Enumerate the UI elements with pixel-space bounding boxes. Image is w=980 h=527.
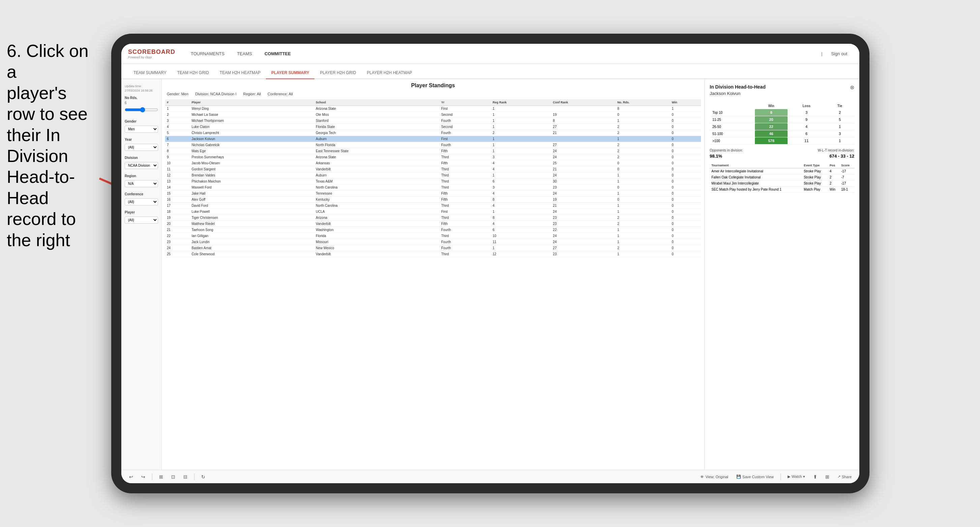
tab-player-summary[interactable]: PLAYER SUMMARY	[266, 67, 314, 79]
center-content: Player Standings Gender: Men Division: N…	[162, 79, 704, 470]
logo-scoreboard: SCOREBOARD	[128, 49, 175, 56]
toolbar-btn-2[interactable]: ⊡	[169, 472, 178, 481]
cell-player: Matthew Riedel	[190, 221, 314, 227]
cell-rds: 2	[616, 154, 670, 160]
nav-teams[interactable]: TEAMS	[232, 49, 258, 59]
cell-win: 0	[670, 172, 701, 178]
nav-committee[interactable]: COMMITTEE	[259, 49, 296, 59]
undo-button[interactable]: ↩	[126, 472, 136, 481]
record-score: 674 - 33 - 12	[829, 154, 854, 159]
tab-team-h2h-grid[interactable]: TEAM H2H GRID	[172, 67, 214, 79]
cell-conf: 23	[551, 215, 616, 221]
table-row[interactable]: 2 Michael La Sasse Ole Miss Second 1 19 …	[165, 112, 701, 118]
cell-win: 0	[670, 245, 701, 251]
watch-button[interactable]: ▶ Watch ▾	[785, 473, 808, 480]
tab-player-h2h-grid[interactable]: PLAYER H2H GRID	[314, 67, 361, 79]
cell-school: Kentucky	[314, 197, 439, 203]
t-col-tournament: Tournament	[710, 163, 802, 168]
cell-yr: Third	[439, 178, 491, 184]
table-row[interactable]: 7 Nicholas Gabrelcik North Florida Fourt…	[165, 142, 701, 148]
t-cell-type: Stroke Play	[802, 175, 828, 181]
cell-yr: First	[439, 106, 491, 112]
col-player: Player	[190, 99, 314, 106]
table-row[interactable]: 23 Jack Lundin Missouri Fourth 11 24 1 0	[165, 239, 701, 245]
table-row[interactable]: 22 Ian Gilligan Florida Third 10 24 1 0	[165, 233, 701, 239]
cell-reg: 1	[491, 209, 551, 215]
table-row[interactable]: 13 Phichaksn Maichon Texas A&M Third 6 3…	[165, 178, 701, 184]
cell-school: Georgia Tech	[314, 130, 439, 136]
table-row[interactable]: 20 Matthew Riedel Vanderbilt Fifth 4 23 …	[165, 221, 701, 227]
cell-reg: 2	[491, 130, 551, 136]
save-custom-button[interactable]: 💾 Save Custom View	[733, 473, 776, 480]
cell-reg: 4	[491, 221, 551, 227]
cell-yr: Third	[439, 172, 491, 178]
cell-num: 18	[165, 209, 190, 215]
cell-rds: 1	[616, 227, 670, 233]
table-row[interactable]: 12 Brendan Valdes Auburn Third 1 24 1 0	[165, 172, 701, 178]
cell-num: 14	[165, 184, 190, 190]
cell-num: 16	[165, 197, 190, 203]
conference-select[interactable]: (All) SEC ACC	[125, 198, 158, 205]
t-cell-type: Stroke Play	[802, 168, 828, 175]
table-row[interactable]: 9 Preston Summerhays Arizona State Third…	[165, 154, 701, 160]
cell-win: 0	[670, 160, 701, 166]
region-select[interactable]: N/A East West	[125, 180, 158, 187]
cell-num: 9	[165, 154, 190, 160]
cell-conf: 23	[551, 184, 616, 190]
toolbar-btn-1[interactable]: ⊞	[156, 472, 166, 481]
table-row[interactable]: 17 David Ford North Carolina Third 4 21 …	[165, 203, 701, 209]
refresh-button[interactable]: ↻	[199, 472, 208, 481]
table-row[interactable]: 19 Tiger Christensen Arizona Third 8 23 …	[165, 215, 701, 221]
filter-gender: Gender: Men	[167, 92, 188, 96]
table-row[interactable]: 6 Jackson Koivun Auburn First 1 1 0	[165, 136, 701, 142]
toolbar-btn-5[interactable]: ⊞	[822, 472, 832, 481]
t-col-score: Score	[840, 163, 854, 168]
left-sidebar: Update time: 27/03/2024 16:56:26 No Rds.…	[121, 79, 162, 470]
t-cell-score: 18-1	[840, 187, 854, 193]
cell-yr: Third	[439, 203, 491, 209]
player-select[interactable]: (All)	[125, 216, 158, 224]
table-row[interactable]: 3 Michael Thorbjornsen Stanford Fourth 1…	[165, 118, 701, 124]
table-row[interactable]: 8 Mats Ege East Tennessee State Fifth 1 …	[165, 148, 701, 154]
table-row[interactable]: 25 Cole Sherwood Vanderbilt Third 12 23 …	[165, 251, 701, 257]
col-win: Win	[670, 99, 701, 106]
cell-reg: 4	[491, 166, 551, 172]
table-row[interactable]: 16 Alex Goff Kentucky Fifth 8 19 0 0	[165, 197, 701, 203]
nav-tournaments[interactable]: TOURNAMENTS	[185, 49, 230, 59]
cell-yr: Third	[439, 233, 491, 239]
h2h-close-button[interactable]: ⊗	[850, 84, 854, 90]
cell-win: 0	[670, 239, 701, 245]
tab-team-summary[interactable]: TEAM SUMMARY	[128, 67, 172, 79]
sign-out-button[interactable]: Sign out	[826, 49, 853, 59]
opponents-pct: 98.1%	[710, 154, 722, 159]
toolbar-btn-3[interactable]: ⊟	[181, 472, 190, 481]
cell-school: Tennessee	[314, 190, 439, 197]
division-select[interactable]: NCAA Division I NCAA Division II NCAA Di…	[125, 162, 158, 169]
table-row[interactable]: 24 Bastien Amat New Mexico Fourth 1 27 2…	[165, 245, 701, 251]
col-num: #	[165, 99, 190, 106]
table-row[interactable]: 18 Luke Powell UCLA First 1 24 1 0	[165, 209, 701, 215]
cell-school: Vanderbilt	[314, 251, 439, 257]
cell-player: Christo Lamprecht	[190, 130, 314, 136]
toolbar-btn-4[interactable]: ⬆	[810, 472, 820, 481]
table-row[interactable]: 1 Wenyi Ding Arizona State First 1 8 1	[165, 106, 701, 112]
table-row[interactable]: 10 Jacob Mou-Olesen Arkansas Fifth 4 25 …	[165, 160, 701, 166]
no-rds-slider[interactable]	[125, 106, 158, 114]
share-button[interactable]: ↗ Share	[835, 473, 854, 480]
view-original-button[interactable]: 👁 View: Original	[698, 473, 731, 480]
year-select[interactable]: (All) 2024 2023	[125, 144, 158, 151]
gender-select[interactable]: Men Women	[125, 125, 158, 133]
table-row[interactable]: 4 Luke Claton Florida State Second 1 27 …	[165, 124, 701, 130]
table-row[interactable]: 11 Gordon Sargent Vanderbilt Third 4 21 …	[165, 166, 701, 172]
tab-player-h2h-heatmap[interactable]: PLAYER H2H HEATMAP	[361, 67, 418, 79]
table-row[interactable]: 21 Taehoon Song Washington Fourth 6 22 1…	[165, 227, 701, 233]
table-row[interactable]: 15 Jake Hall Tennessee Fifth 4 24 1 0	[165, 190, 701, 197]
table-row[interactable]: 14 Maxwell Ford North Carolina Third 3 2…	[165, 184, 701, 190]
cell-player: Wenyi Ding	[190, 106, 314, 112]
table-row[interactable]: 5 Christo Lamprecht Georgia Tech Fourth …	[165, 130, 701, 136]
h2h-row: >100 578 11 1	[710, 137, 854, 144]
cell-num: 8	[165, 148, 190, 154]
cell-player: Taehoon Song	[190, 227, 314, 233]
tab-team-h2h-heatmap[interactable]: TEAM H2H HEATMAP	[214, 67, 266, 79]
redo-button[interactable]: ↪	[138, 472, 148, 481]
